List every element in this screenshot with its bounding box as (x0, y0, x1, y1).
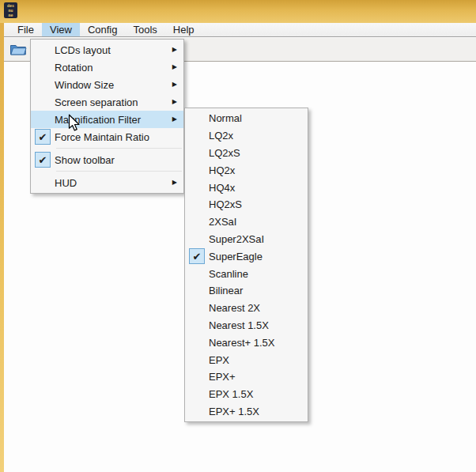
checked-box: ✔ (35, 129, 51, 145)
menu-item-show-toolbar[interactable]: ✔ Show toolbar (31, 151, 183, 168)
menu-item-label: EPX (209, 354, 308, 366)
menu-item-label: Nearest+ 1.5X (209, 337, 308, 349)
menu-gutter (31, 93, 55, 111)
menu-gutter (185, 196, 209, 213)
menu-item-screen-separation[interactable]: Screen separation ▶ (31, 93, 183, 111)
menu-item-hud[interactable]: HUD ▶ (31, 174, 183, 191)
menu-item-label: Nearest 2X (209, 302, 308, 314)
menu-item-label: Normal (209, 112, 308, 124)
menu-item-label: Magnification Filter (55, 114, 172, 126)
menu-separator (31, 145, 183, 151)
menu-gutter (185, 265, 209, 282)
menu-item-label: EPX+ 1.5X (209, 406, 308, 417)
menu-item-hq2x[interactable]: HQ2x (185, 161, 308, 179)
menu-gutter: ✔ (185, 247, 209, 265)
menu-item-lcds-layout[interactable]: LCDs layout ▶ (31, 41, 183, 59)
menu-item-label: Nearest 1.5X (209, 319, 308, 331)
menubar-item-help[interactable]: Help (165, 23, 202, 36)
menu-gutter (185, 213, 209, 231)
menu-item-nearest-2x[interactable]: Nearest 2X (185, 300, 308, 317)
checkmark-icon: ✔ (39, 132, 47, 142)
menu-gutter: ✔ (31, 128, 55, 145)
menu-item-scanline[interactable]: Scanline (185, 265, 308, 282)
open-folder-icon (9, 43, 27, 56)
menu-item-epx-plus[interactable]: EPX+ (185, 368, 308, 386)
menu-separator (31, 168, 183, 174)
menu-item-label: LCDs layout (55, 44, 172, 56)
menu-gutter (185, 231, 209, 248)
menu-gutter (31, 59, 55, 76)
menu-gutter (185, 317, 209, 334)
menu-item-label: LQ2xS (209, 147, 308, 159)
checked-box: ✔ (35, 152, 51, 168)
menu-item-epx[interactable]: EPX (185, 351, 308, 368)
checkmark-icon: ✔ (39, 155, 47, 165)
submenu-arrow-icon: ▶ (172, 64, 177, 70)
menu-item-rotation[interactable]: Rotation ▶ (31, 59, 183, 76)
menu-gutter (185, 161, 209, 179)
menu-item-supereagle[interactable]: ✔ SuperEagle (185, 247, 308, 265)
submenu-arrow-icon: ▶ (172, 116, 177, 123)
menu-item-epx-1-5x[interactable]: EPX 1.5X (185, 386, 308, 403)
submenu-arrow-icon: ▶ (172, 179, 177, 186)
menu-item-hq2xs[interactable]: HQ2xS (185, 196, 308, 213)
menu-gutter (185, 351, 209, 368)
desmume-window: des mu me File View Config Tools Help ▾ … (0, 0, 476, 472)
checked-box: ✔ (189, 248, 205, 264)
checkmark-icon: ✔ (193, 251, 202, 262)
menu-item-label: Super2XSaI (209, 233, 308, 245)
menu-item-label: LQ2x (209, 130, 308, 142)
menu-item-force-maintain-ratio[interactable]: ✔ Force Maintain Ratio (31, 128, 183, 145)
menu-item-label: Rotation (55, 62, 172, 74)
menubar-item-tools[interactable]: Tools (125, 23, 164, 36)
menu-gutter (185, 179, 209, 196)
menu-item-label: HQ4x (209, 182, 308, 194)
menu-item-label: Screen separation (55, 96, 172, 108)
menu-item-window-size[interactable]: Window Size ▶ (31, 76, 183, 93)
menu-item-2xsai[interactable]: 2XSaI (185, 213, 308, 231)
menu-item-nearest-1-5x[interactable]: Nearest 1.5X (185, 317, 308, 334)
menu-item-label: Force Maintain Ratio (55, 131, 183, 143)
menu-gutter (31, 76, 55, 93)
menu-gutter (185, 403, 209, 421)
submenu-arrow-icon: ▶ (172, 47, 177, 53)
menu-item-label: Scanline (209, 268, 308, 280)
desmume-logo-icon[interactable]: des mu me (4, 2, 17, 18)
menu-item-label: EPX 1.5X (209, 388, 308, 400)
menu-gutter (185, 110, 209, 127)
menu-item-label: HQ2xS (209, 198, 308, 210)
submenu-arrow-icon: ▶ (172, 81, 177, 88)
menu-gutter: ✔ (31, 151, 55, 168)
menubar-item-view[interactable]: View (42, 23, 80, 36)
title-bar[interactable]: des mu me (0, 0, 476, 23)
menubar-item-file[interactable]: File (9, 23, 42, 36)
menu-item-label: Show toolbar (55, 154, 183, 166)
menu-item-epx-plus-1-5x[interactable]: EPX+ 1.5X (185, 403, 308, 421)
menu-item-label: HUD (55, 177, 172, 189)
magnification-filter-submenu: Normal LQ2x LQ2xS HQ2x HQ4x HQ2xS 2XSaI (184, 108, 308, 422)
menu-item-magnification-filter[interactable]: Magnification Filter ▶ (31, 111, 183, 128)
menu-item-label: 2XSaI (209, 216, 308, 228)
menu-item-super2xsai[interactable]: Super2XSaI (185, 231, 308, 248)
menu-gutter (185, 127, 209, 145)
menu-item-hq4x[interactable]: HQ4x (185, 179, 308, 196)
logo-line: me (8, 13, 13, 17)
menu-item-label: HQ2x (209, 164, 308, 176)
menu-item-label: Window Size (55, 79, 172, 91)
menu-gutter (31, 174, 55, 191)
menu-item-label: SuperEagle (209, 251, 308, 262)
menubar-item-config[interactable]: Config (80, 23, 126, 36)
menu-item-normal[interactable]: Normal (185, 110, 308, 127)
menu-gutter (185, 282, 209, 300)
menu-gutter (31, 41, 55, 59)
menu-item-lq2x[interactable]: LQ2x (185, 127, 308, 145)
menu-item-bilinear[interactable]: Bilinear (185, 282, 308, 300)
view-menu: LCDs layout ▶ Rotation ▶ Window Size ▶ S… (30, 39, 184, 194)
menu-item-label: Bilinear (209, 285, 308, 296)
menu-gutter (185, 368, 209, 386)
menu-gutter (185, 386, 209, 403)
menu-gutter (185, 334, 209, 351)
menu-item-lq2xs[interactable]: LQ2xS (185, 145, 308, 162)
menu-item-nearest-plus-1-5x[interactable]: Nearest+ 1.5X (185, 334, 308, 351)
submenu-arrow-icon: ▶ (172, 99, 177, 105)
